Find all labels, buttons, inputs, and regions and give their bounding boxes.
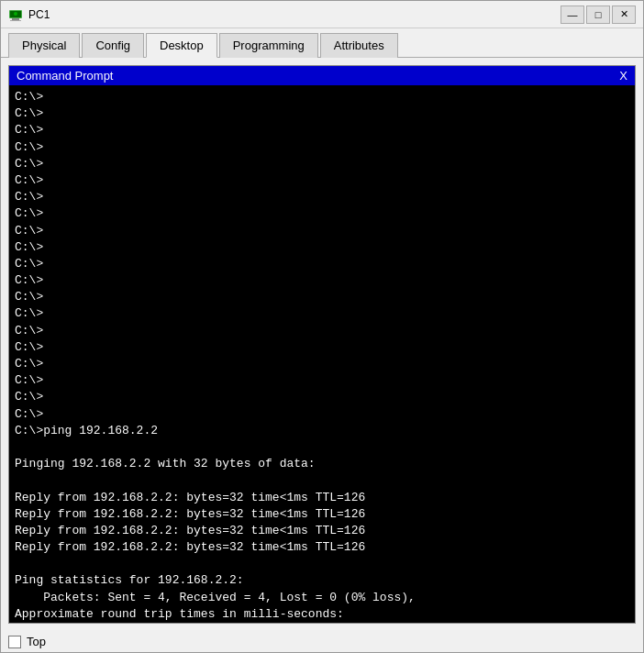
top-label: Top — [27, 635, 46, 648]
title-bar: PC1 — □ ✕ — [1, 1, 643, 28]
cmd-output[interactable]: C:\> C:\> C:\> C:\> C:\> C:\> C:\> C:\> … — [9, 85, 635, 623]
tab-desktop[interactable]: Desktop — [146, 33, 217, 58]
maximize-button[interactable]: □ — [586, 6, 610, 24]
top-checkbox[interactable] — [8, 636, 21, 648]
tab-attributes[interactable]: Attributes — [320, 33, 398, 58]
tab-physical[interactable]: Physical — [8, 33, 80, 58]
cmd-close-button[interactable]: X — [619, 69, 627, 83]
window-controls: — □ ✕ — [561, 6, 636, 24]
svg-point-4 — [14, 12, 17, 16]
close-button[interactable]: ✕ — [612, 6, 636, 24]
svg-rect-3 — [10, 20, 21, 21]
cmd-titlebar: Command Prompt X — [9, 66, 635, 85]
bottom-bar: Top — [1, 631, 643, 652]
tab-programming[interactable]: Programming — [219, 33, 318, 58]
svg-rect-2 — [12, 18, 19, 20]
main-window: PC1 — □ ✕ Physical Config Desktop Progra… — [0, 0, 644, 653]
minimize-button[interactable]: — — [561, 6, 584, 24]
window-title: PC1 — [28, 8, 561, 21]
command-prompt-window: Command Prompt X C:\> C:\> C:\> C:\> C:\… — [8, 65, 636, 624]
content-area: Command Prompt X C:\> C:\> C:\> C:\> C:\… — [1, 58, 643, 631]
tab-bar: Physical Config Desktop Programming Attr… — [1, 28, 643, 58]
tab-config[interactable]: Config — [82, 33, 144, 58]
window-icon — [8, 7, 23, 22]
cmd-title: Command Prompt — [17, 69, 113, 83]
